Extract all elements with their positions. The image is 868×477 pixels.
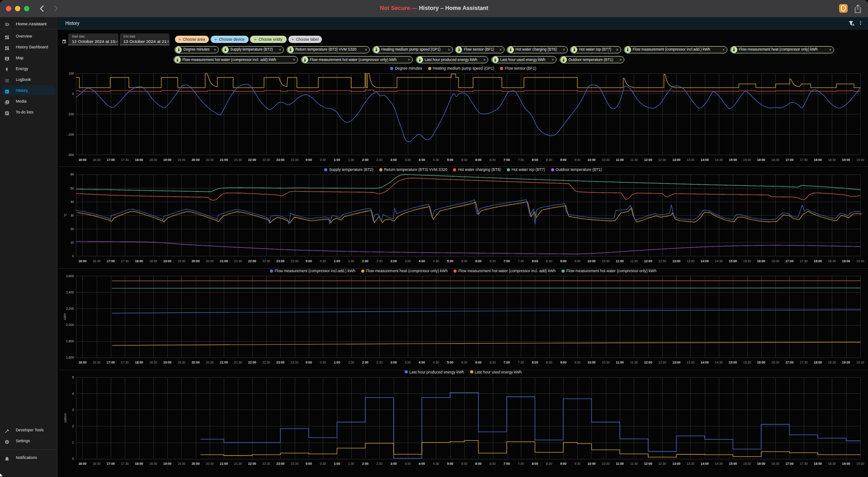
svg-text:0:30: 0:30 xyxy=(320,462,326,465)
svg-text:19:30: 19:30 xyxy=(178,462,186,465)
svg-text:20:30: 20:30 xyxy=(206,260,214,263)
svg-text:1:30: 1:30 xyxy=(348,158,354,161)
svg-text:17:30: 17:30 xyxy=(121,361,129,364)
svg-text:20: 20 xyxy=(71,227,74,231)
svg-text:17:00: 17:00 xyxy=(785,260,793,263)
svg-text:17:00: 17:00 xyxy=(107,361,115,364)
svg-text:12:30: 12:30 xyxy=(658,462,666,465)
svg-text:19:30: 19:30 xyxy=(856,158,864,161)
svg-text:22:00: 22:00 xyxy=(248,158,256,161)
svg-text:19:00: 19:00 xyxy=(163,361,171,364)
svg-text:7:00: 7:00 xyxy=(504,158,510,161)
svg-text:3:30: 3:30 xyxy=(405,361,411,364)
svg-text:14:00: 14:00 xyxy=(701,260,709,263)
svg-text:-300: -300 xyxy=(67,153,74,156)
svg-text:23:00: 23:00 xyxy=(276,260,284,263)
svg-text:17:30: 17:30 xyxy=(121,260,129,263)
svg-text:2:00: 2:00 xyxy=(362,158,368,161)
svg-text:3:00: 3:00 xyxy=(391,462,397,465)
svg-text:18:00: 18:00 xyxy=(814,158,822,161)
svg-text:5:00: 5:00 xyxy=(447,462,453,465)
svg-text:11:30: 11:30 xyxy=(630,361,638,364)
svg-text:19:30: 19:30 xyxy=(178,158,186,161)
svg-text:8:00: 8:00 xyxy=(532,361,538,364)
svg-text:16:00: 16:00 xyxy=(78,361,86,364)
svg-text:17:00: 17:00 xyxy=(107,462,115,465)
svg-text:14:30: 14:30 xyxy=(715,260,723,263)
svg-text:11:30: 11:30 xyxy=(630,158,638,161)
svg-text:50: 50 xyxy=(71,187,74,190)
svg-text:17:30: 17:30 xyxy=(800,462,808,465)
svg-text:16:30: 16:30 xyxy=(93,260,101,263)
svg-text:3:00: 3:00 xyxy=(391,361,397,364)
svg-text:12:00: 12:00 xyxy=(644,361,652,364)
svg-text:18:30: 18:30 xyxy=(828,158,836,161)
svg-text:15:00: 15:00 xyxy=(729,462,737,465)
svg-text:9:30: 9:30 xyxy=(574,361,580,364)
svg-text:8:00: 8:00 xyxy=(532,158,538,161)
svg-text:21:00: 21:00 xyxy=(220,462,228,465)
svg-text:7:30: 7:30 xyxy=(518,361,524,364)
svg-text:16:00: 16:00 xyxy=(78,260,86,263)
svg-text:12:00: 12:00 xyxy=(644,260,652,263)
svg-text:1:30: 1:30 xyxy=(348,260,354,263)
svg-text:2:30: 2:30 xyxy=(376,361,382,364)
svg-text:18:00: 18:00 xyxy=(135,260,143,263)
svg-text:20:30: 20:30 xyxy=(206,158,214,161)
svg-text:2:00: 2:00 xyxy=(362,260,368,263)
svg-text:0: 0 xyxy=(72,92,74,95)
svg-text:0:30: 0:30 xyxy=(320,361,326,364)
svg-text:16:30: 16:30 xyxy=(93,158,101,161)
svg-text:0:00: 0:00 xyxy=(306,260,312,263)
svg-text:0:00: 0:00 xyxy=(306,462,312,465)
svg-text:30: 30 xyxy=(71,214,74,217)
svg-text:15:30: 15:30 xyxy=(743,260,751,263)
svg-text:8:00: 8:00 xyxy=(532,462,538,465)
svg-text:17:30: 17:30 xyxy=(800,158,808,161)
svg-text:4:30: 4:30 xyxy=(433,361,439,364)
svg-text:19:00: 19:00 xyxy=(842,260,850,263)
svg-text:23:30: 23:30 xyxy=(291,361,299,364)
svg-text:16:00: 16:00 xyxy=(757,462,765,465)
svg-text:21:00: 21:00 xyxy=(220,158,228,161)
svg-text:10:00: 10:00 xyxy=(588,462,596,465)
svg-text:9:00: 9:00 xyxy=(560,158,566,161)
svg-text:5: 5 xyxy=(72,376,74,379)
svg-text:1,600: 1,600 xyxy=(66,356,74,359)
svg-text:6:00: 6:00 xyxy=(475,462,481,465)
svg-text:13:00: 13:00 xyxy=(672,260,680,263)
svg-text:2:30: 2:30 xyxy=(376,158,382,161)
svg-text:18:00: 18:00 xyxy=(135,462,143,465)
svg-text:19:00: 19:00 xyxy=(163,260,171,263)
svg-text:22:30: 22:30 xyxy=(262,462,270,465)
svg-text:6:00: 6:00 xyxy=(475,260,481,263)
svg-text:13:30: 13:30 xyxy=(687,361,695,364)
svg-text:1:00: 1:00 xyxy=(334,260,340,263)
svg-text:7:30: 7:30 xyxy=(518,260,524,263)
svg-text:13:30: 13:30 xyxy=(687,158,695,161)
svg-text:15:30: 15:30 xyxy=(743,462,751,465)
svg-text:20:00: 20:00 xyxy=(192,462,200,465)
svg-text:19:30: 19:30 xyxy=(856,462,864,465)
svg-text:18:30: 18:30 xyxy=(828,361,836,364)
svg-text:2,600: 2,600 xyxy=(66,274,74,278)
svg-text:18:30: 18:30 xyxy=(149,158,157,161)
svg-text:15:30: 15:30 xyxy=(743,158,751,161)
svg-text:5:00: 5:00 xyxy=(447,260,453,263)
svg-text:3:00: 3:00 xyxy=(391,158,397,161)
svg-text:18:00: 18:00 xyxy=(814,260,822,263)
svg-text:19:00: 19:00 xyxy=(163,462,171,465)
svg-text:23:00: 23:00 xyxy=(276,462,284,465)
svg-text:20:00: 20:00 xyxy=(192,158,200,161)
svg-text:18:30: 18:30 xyxy=(149,462,157,465)
svg-text:5:00: 5:00 xyxy=(447,361,453,364)
svg-text:7:30: 7:30 xyxy=(518,158,524,161)
svg-text:8:30: 8:30 xyxy=(546,158,552,161)
svg-text:10:30: 10:30 xyxy=(602,462,610,465)
svg-text:16:30: 16:30 xyxy=(771,462,779,465)
svg-text:14:00: 14:00 xyxy=(701,158,709,161)
svg-text:18:00: 18:00 xyxy=(814,462,822,465)
svg-text:8:00: 8:00 xyxy=(532,260,538,263)
svg-text:9:30: 9:30 xyxy=(574,158,580,161)
svg-text:3:00: 3:00 xyxy=(391,260,397,263)
